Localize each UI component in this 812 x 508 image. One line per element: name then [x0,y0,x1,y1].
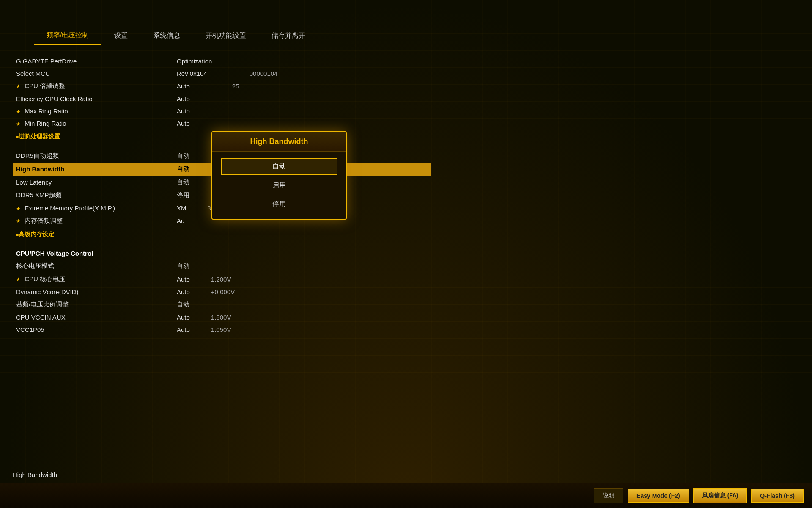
menu-item-max-ring[interactable]: ★ Max Ring Ratio Auto [13,105,431,117]
menu-item-voltage-control: CPU/PCH Voltage Control [13,247,431,260]
popup-option-enable[interactable]: 启用 [221,177,337,194]
nav-tab-freq[interactable]: 频率/电压控制 [34,27,102,45]
nav-tab-save[interactable]: 储存并离开 [259,27,318,44]
nav-tab-settings[interactable]: 设置 [102,27,140,44]
menu-item-cpu-ratio[interactable]: ★ CPU 倍频调整 Auto 25 [13,80,431,93]
easy-mode-button[interactable]: Easy Mode (F2) [628,489,689,503]
nav-tab-boot[interactable]: 开机功能设置 [193,27,259,44]
qflash-button[interactable]: Q-Flash (F8) [751,489,804,503]
menu-item-advanced-mem[interactable]: 高级内存设定 [13,227,431,240]
menu-item-min-ring[interactable]: ★ Min Ring Ratio Auto [13,117,431,130]
popup-option-disable[interactable]: 停用 [221,196,337,213]
description-button[interactable]: 说明 [594,488,623,503]
high-bandwidth-popup[interactable]: High Bandwidth 自动 启用 停用 [211,131,347,220]
menu-item-select-mcu[interactable]: Select MCU Rev 0x104 00000104 [13,67,431,80]
status-description: High Bandwidth [13,471,57,478]
menu-item-base-ratio[interactable]: 基频/电压比例调整 自动 [13,298,431,311]
menu-item-core-voltage-mode[interactable]: 核心电压模式 自动 [13,260,431,273]
fan-info-button[interactable]: 风扇信息 (F6) [693,488,747,503]
nav-tab-sysinfo[interactable]: 系统信息 [140,27,193,44]
menu-item-gigabyte-perfdrive[interactable]: GIGABYTE PerfDrive Optimization [13,55,431,67]
menu-item-cpu-core-voltage[interactable]: ★ CPU 核心电压 Auto 1.200V [13,273,431,286]
menu-item-vccin-aux[interactable]: CPU VCCIN AUX Auto 1.800V [13,311,431,323]
popup-options: 自动 启用 停用 [212,152,346,219]
popup-title: High Bandwidth [212,132,346,152]
menu-item-vcc1p05[interactable]: VCC1P05 Auto 1.050V [13,323,431,336]
menu-item-eff-cpu-ratio[interactable]: Efficiency CPU Clock Ratio Auto [13,93,431,105]
menu-item-dvid[interactable]: Dynamic Vcore(DVID) Auto +0.000V [13,286,431,298]
bottom-bar: 说明 Easy Mode (F2) 风扇信息 (F6) Q-Flash (F8) [0,483,812,508]
nav-item-f11[interactable] [8,32,34,40]
popup-option-auto[interactable]: 自动 [221,158,337,175]
